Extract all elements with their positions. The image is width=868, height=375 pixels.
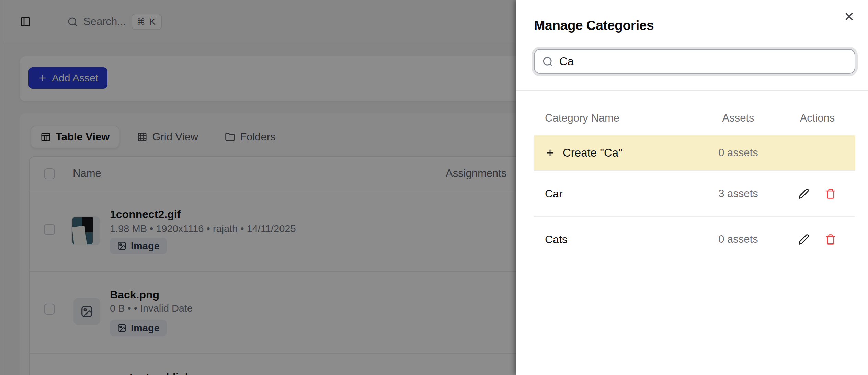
category-row: Cats 0 assets bbox=[534, 216, 855, 262]
category-name: Cats bbox=[534, 233, 697, 246]
category-row: Car 3 assets bbox=[534, 171, 855, 216]
search-icon bbox=[542, 56, 553, 67]
trash-icon bbox=[825, 188, 837, 199]
category-search-input[interactable] bbox=[559, 55, 847, 68]
pencil-icon bbox=[798, 188, 810, 199]
category-asset-count: 0 assets bbox=[697, 147, 779, 159]
pencil-icon bbox=[798, 234, 810, 245]
category-search-field bbox=[534, 49, 855, 74]
close-button[interactable] bbox=[843, 10, 857, 23]
trash-icon bbox=[825, 234, 837, 245]
category-asset-count: 0 assets bbox=[697, 233, 779, 246]
close-icon bbox=[843, 11, 857, 22]
create-category-label: Create "Ca" bbox=[563, 146, 623, 159]
manage-categories-modal: Manage Categories Category Name Assets A… bbox=[516, 0, 868, 375]
category-table-header: Category Name Assets Actions bbox=[534, 111, 855, 126]
delete-category-button[interactable] bbox=[825, 234, 837, 245]
category-asset-count: 3 assets bbox=[697, 188, 779, 200]
edit-category-button[interactable] bbox=[798, 234, 810, 245]
create-category-row[interactable]: Create "Ca" 0 assets bbox=[534, 135, 855, 171]
category-name: Car bbox=[534, 188, 697, 200]
modal-title: Manage Categories bbox=[534, 18, 855, 33]
delete-category-button[interactable] bbox=[825, 188, 837, 200]
column-header-category-name: Category Name bbox=[534, 112, 697, 124]
plus-icon bbox=[545, 148, 555, 158]
edit-category-button[interactable] bbox=[798, 188, 810, 200]
section-divider bbox=[516, 90, 868, 91]
column-header-actions: Actions bbox=[779, 112, 855, 124]
column-header-assets: Assets bbox=[697, 112, 779, 124]
